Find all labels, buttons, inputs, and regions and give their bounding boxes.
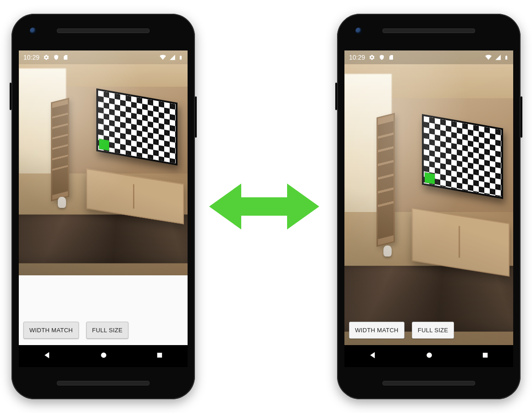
full-size-button[interactable]: FULL SIZE xyxy=(412,322,454,339)
status-left: 10:29 xyxy=(349,54,394,61)
tv-checkerboard xyxy=(98,90,176,163)
system-nav-bar xyxy=(344,345,513,367)
device-screen: 10:29 xyxy=(19,50,188,367)
nav-back-button[interactable] xyxy=(368,351,377,362)
status-bar: 10:29 xyxy=(344,50,513,64)
sd-card-icon xyxy=(388,54,394,61)
signal-icon xyxy=(169,54,176,61)
tv-frame xyxy=(422,114,503,199)
wifi-icon xyxy=(485,54,492,61)
image-view[interactable] xyxy=(19,50,188,275)
room-scene xyxy=(344,50,513,345)
button-row: WIDTH MATCH FULL SIZE xyxy=(23,322,128,339)
image-view[interactable] xyxy=(344,50,513,345)
status-left: 10:29 xyxy=(23,54,68,61)
svg-point-2 xyxy=(427,352,432,358)
scene-bookshelf xyxy=(377,113,395,247)
app-content: WIDTH MATCH FULL SIZE xyxy=(19,50,188,345)
gear-icon xyxy=(43,54,50,61)
svg-rect-1 xyxy=(157,353,162,358)
status-right xyxy=(485,54,509,61)
battery-icon xyxy=(504,54,509,61)
svg-rect-3 xyxy=(483,353,488,358)
nav-home-button[interactable] xyxy=(425,351,434,362)
tv-green-marker xyxy=(99,139,109,151)
shield-icon xyxy=(53,54,59,61)
phone-side-button xyxy=(335,83,337,110)
double-arrow-icon xyxy=(209,174,319,239)
svg-point-0 xyxy=(101,352,106,358)
phone-frame-right: 10:29 xyxy=(337,14,521,399)
status-time: 10:29 xyxy=(23,54,39,61)
scene-rug xyxy=(19,214,188,263)
sd-card-icon xyxy=(63,54,68,61)
button-row: WIDTH MATCH FULL SIZE xyxy=(349,322,454,339)
signal-icon xyxy=(495,54,501,61)
nav-back-button[interactable] xyxy=(43,351,52,362)
device-screen: 10:29 xyxy=(344,50,513,367)
tv-green-marker xyxy=(425,173,435,184)
status-time: 10:29 xyxy=(349,54,365,61)
earpiece-speaker xyxy=(57,28,150,33)
battery-icon xyxy=(178,54,183,61)
width-match-button[interactable]: WIDTH MATCH xyxy=(23,322,79,339)
earpiece-speaker xyxy=(382,28,475,33)
status-right xyxy=(159,54,183,61)
scene-tv xyxy=(422,114,503,199)
nav-recents-button[interactable] xyxy=(155,351,164,361)
front-camera xyxy=(30,28,36,34)
phone-side-button xyxy=(195,96,197,138)
double-arrow-shape xyxy=(209,184,319,229)
gear-icon xyxy=(369,54,375,61)
nav-recents-button[interactable] xyxy=(481,351,489,361)
system-nav-bar xyxy=(19,345,188,367)
phone-side-button xyxy=(521,96,522,138)
phone-frame-left: 10:29 xyxy=(11,14,195,399)
front-camera xyxy=(355,28,362,34)
shield-icon xyxy=(379,54,385,61)
scene-bookshelf xyxy=(51,98,69,201)
bottom-speaker xyxy=(382,381,475,385)
scene-cat-figurine xyxy=(383,246,392,257)
full-size-button[interactable]: FULL SIZE xyxy=(86,322,129,339)
width-match-button[interactable]: WIDTH MATCH xyxy=(349,322,405,339)
nav-home-button[interactable] xyxy=(99,351,108,362)
bottom-speaker xyxy=(57,381,150,385)
tv-checkerboard xyxy=(424,116,501,197)
wifi-icon xyxy=(159,54,166,61)
scene-cat-figurine xyxy=(58,197,66,208)
status-bar: 10:29 xyxy=(19,50,188,64)
app-content: WIDTH MATCH FULL SIZE xyxy=(344,50,513,345)
phone-side-button xyxy=(10,83,11,110)
room-scene xyxy=(19,50,188,275)
